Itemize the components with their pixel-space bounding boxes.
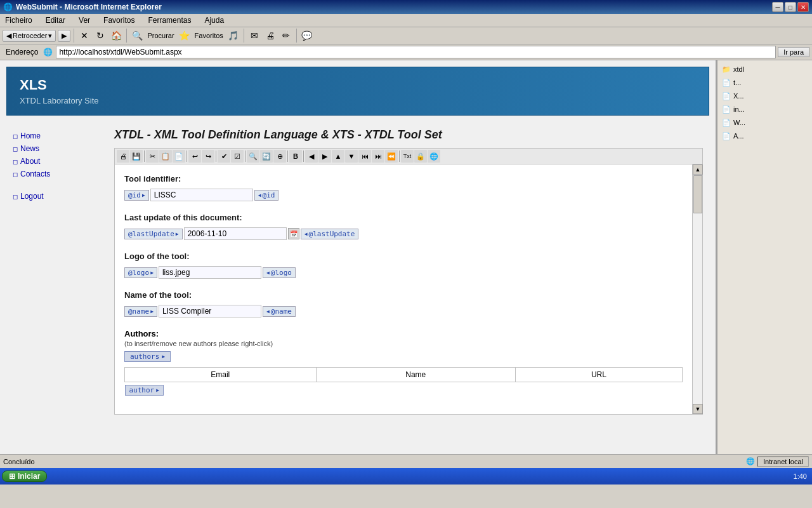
doc-icon-w: 📄 bbox=[722, 118, 731, 127]
tool-id-input[interactable] bbox=[150, 189, 253, 201]
xml-tool-up[interactable]: ▲ bbox=[332, 150, 344, 163]
sidebar-right-label-a: A... bbox=[733, 132, 744, 140]
xml-tool-left[interactable]: ◀ bbox=[305, 150, 318, 163]
home-button[interactable]: 🏠 bbox=[109, 29, 123, 43]
sidebar-right-item-t[interactable]: 📄 t... bbox=[719, 77, 810, 88]
menu-ficheiro[interactable]: Ficheiro bbox=[3, 15, 34, 25]
xml-tool-text[interactable]: Txt bbox=[401, 150, 414, 163]
xml-tool-lock[interactable]: 🔒 bbox=[414, 150, 427, 163]
media-button[interactable]: 🎵 bbox=[226, 29, 240, 43]
sidebar-right-item-xtdl[interactable]: 📁 xtdl bbox=[719, 64, 810, 75]
logo-row: @logo @logo bbox=[124, 266, 683, 279]
xml-tool-cut[interactable]: ✂ bbox=[146, 150, 159, 163]
scroll-down-button[interactable]: ▼ bbox=[693, 404, 703, 414]
edit-button[interactable]: ✏ bbox=[279, 29, 293, 43]
xml-tool-bold[interactable]: B bbox=[289, 150, 302, 163]
left-navigation: ◻ Home ◻ News ◻ About ◻ Contacts bbox=[6, 122, 108, 421]
xml-tool-web[interactable]: 🌐 bbox=[428, 150, 440, 163]
favorites-button[interactable]: ⭐ bbox=[178, 29, 192, 43]
content-area: XLS XTDL Laboratory Site ◻ Home ◻ News bbox=[0, 60, 717, 454]
last-update-input[interactable] bbox=[184, 227, 287, 240]
bullet-home: ◻ bbox=[13, 133, 18, 140]
xml-tool-sep-4 bbox=[245, 150, 246, 162]
xml-tool-right[interactable]: ▶ bbox=[318, 150, 331, 163]
nav-contacts[interactable]: ◻ Contacts bbox=[13, 170, 102, 178]
xml-tool-save[interactable]: 💾 bbox=[130, 150, 143, 163]
scroll-thumb[interactable] bbox=[693, 175, 702, 213]
menu-editar[interactable]: Editar bbox=[44, 15, 67, 25]
nav-logout-label: Logout bbox=[20, 192, 44, 201]
back-button[interactable]: ◀ Retroceder ▾ bbox=[3, 30, 56, 42]
xml-tool-next[interactable]: ⏭ bbox=[372, 150, 384, 163]
back-icon: ◀ bbox=[6, 32, 11, 40]
mail-button[interactable]: ✉ bbox=[247, 29, 261, 43]
xml-tool-prev[interactable]: ⏮ bbox=[358, 150, 371, 163]
nav-about[interactable]: ◻ About bbox=[13, 157, 102, 166]
minimize-button[interactable]: ─ bbox=[772, 2, 783, 12]
refresh-button[interactable]: ↻ bbox=[93, 29, 107, 43]
title-bar: 🌐 WebSubmit - Microsoft Internet Explore… bbox=[0, 0, 812, 14]
sidebar-right-item-a[interactable]: 📄 A... bbox=[719, 130, 810, 142]
stop-button[interactable]: ✕ bbox=[77, 29, 91, 43]
nav-spacer bbox=[13, 182, 102, 192]
xml-tool-replace[interactable]: 🔄 bbox=[260, 150, 273, 163]
search-button[interactable]: 🔍 bbox=[130, 29, 144, 43]
logo-open-tag: @logo bbox=[124, 267, 157, 278]
menu-ferramentas[interactable]: Ferramentas bbox=[146, 15, 193, 25]
xml-tool-redo[interactable]: ↪ bbox=[202, 150, 214, 163]
xml-tool-check[interactable]: ☑ bbox=[231, 150, 244, 163]
logo-input[interactable] bbox=[159, 266, 261, 279]
toolbar-sep-2 bbox=[126, 29, 127, 43]
nav-home[interactable]: ◻ Home bbox=[13, 131, 102, 140]
sidebar-right-item-x[interactable]: 📄 X... bbox=[719, 90, 810, 102]
xml-tool-sep-2 bbox=[187, 150, 187, 162]
xml-tool-undo[interactable]: ↩ bbox=[188, 150, 201, 163]
form-vertical-scrollbar[interactable]: ▲ ▼ bbox=[692, 164, 702, 414]
tool-id-label: Tool identifier: bbox=[124, 174, 683, 184]
nav-logout[interactable]: ◻ Logout bbox=[13, 192, 102, 201]
window-icon: 🌐 bbox=[3, 3, 13, 11]
xml-editor-toolbar: 🖨 💾 ✂ 📋 📄 ↩ ↪ ✔ ☑ bbox=[115, 149, 702, 164]
authors-tag[interactable]: authors bbox=[124, 351, 171, 362]
address-input[interactable] bbox=[56, 46, 776, 58]
start-button[interactable]: ⊞ Iniciar bbox=[2, 471, 47, 482]
maximize-button[interactable]: □ bbox=[785, 2, 796, 12]
scroll-track[interactable] bbox=[693, 175, 702, 404]
xml-tool-find[interactable]: 🔍 bbox=[247, 150, 259, 163]
name-open-tag: @name bbox=[124, 306, 157, 317]
tool-id-close-tag: @id bbox=[254, 190, 279, 201]
name-input[interactable] bbox=[159, 305, 261, 318]
title-bar-buttons[interactable]: ─ □ ✕ bbox=[772, 2, 809, 12]
menu-ver[interactable]: Ver bbox=[77, 15, 92, 25]
author-tag[interactable]: author bbox=[125, 385, 164, 396]
xml-tool-validate[interactable]: ✔ bbox=[218, 150, 230, 163]
xml-tool-down[interactable]: ▼ bbox=[345, 150, 358, 163]
menu-ajuda[interactable]: Ajuda bbox=[202, 15, 226, 25]
close-button[interactable]: ✕ bbox=[797, 2, 809, 12]
taskbar-right: 1:40 bbox=[790, 472, 810, 480]
forward-button[interactable]: ▶ bbox=[58, 30, 70, 42]
scroll-up-button[interactable]: ▲ bbox=[693, 164, 703, 175]
go-button[interactable]: Ir para bbox=[778, 47, 809, 57]
nav-news[interactable]: ◻ News bbox=[13, 144, 102, 153]
sidebar-right-item-w[interactable]: 📄 W... bbox=[719, 117, 810, 128]
menu-favoritos[interactable]: Favoritos bbox=[102, 15, 136, 25]
print-button[interactable]: 🖨 bbox=[263, 29, 277, 43]
messenger-button[interactable]: 💬 bbox=[300, 29, 314, 43]
xml-tool-paste[interactable]: 📄 bbox=[173, 150, 185, 163]
authors-label: Authors: bbox=[124, 329, 683, 338]
xml-tool-insert[interactable]: ⊕ bbox=[273, 150, 286, 163]
xml-tool-copy[interactable]: 📋 bbox=[159, 150, 172, 163]
authors-note: (to insert/remove new authors please rig… bbox=[124, 340, 683, 347]
form-body-wrapper: Tool identifier: @id @id Last bbox=[115, 164, 702, 414]
xml-tool-print[interactable]: 🖨 bbox=[117, 150, 129, 163]
two-column-layout: ◻ Home ◻ News ◻ About ◻ Contacts bbox=[6, 122, 709, 421]
xml-tool-sep-7 bbox=[399, 150, 400, 162]
xml-tool-first[interactable]: ⏪ bbox=[385, 150, 398, 163]
bullet-about: ◻ bbox=[13, 158, 18, 165]
calendar-button[interactable]: 📅 bbox=[288, 228, 299, 239]
sidebar-right-item-in[interactable]: 📄 in... bbox=[719, 104, 810, 115]
bullet-contacts: ◻ bbox=[13, 171, 18, 178]
bullet-news: ◻ bbox=[13, 145, 18, 152]
status-text: Concluído bbox=[3, 458, 740, 465]
